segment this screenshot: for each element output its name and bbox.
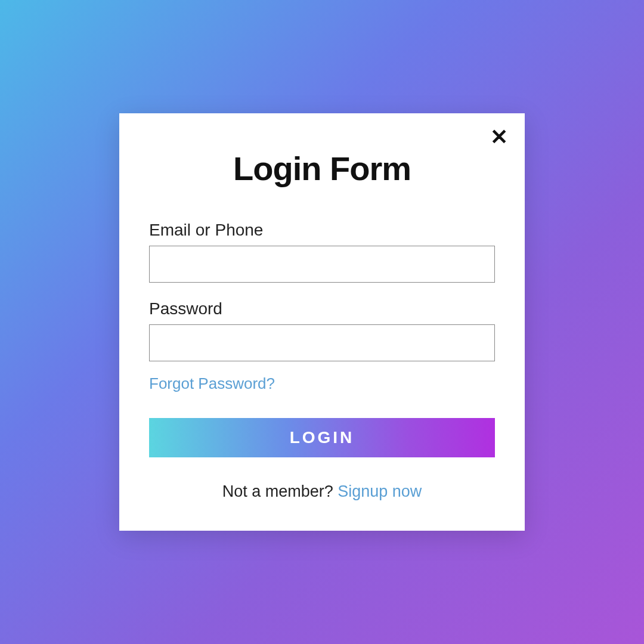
identity-field: Email or Phone bbox=[149, 221, 495, 283]
identity-input[interactable] bbox=[149, 246, 495, 283]
identity-label: Email or Phone bbox=[149, 221, 495, 240]
login-button[interactable]: LOGIN bbox=[149, 418, 495, 457]
password-input[interactable] bbox=[149, 324, 495, 361]
close-icon: ✕ bbox=[490, 125, 508, 149]
password-label: Password bbox=[149, 299, 495, 318]
form-title: Login Form bbox=[149, 149, 495, 188]
forgot-password-link[interactable]: Forgot Password? bbox=[149, 374, 275, 393]
login-card: ✕ Login Form Email or Phone Password For… bbox=[119, 113, 525, 531]
close-button[interactable]: ✕ bbox=[490, 126, 508, 148]
signup-link[interactable]: Signup now bbox=[338, 482, 422, 500]
signup-row: Not a member? Signup now bbox=[149, 482, 495, 501]
signup-prompt: Not a member? bbox=[222, 482, 338, 500]
password-field: Password bbox=[149, 299, 495, 361]
